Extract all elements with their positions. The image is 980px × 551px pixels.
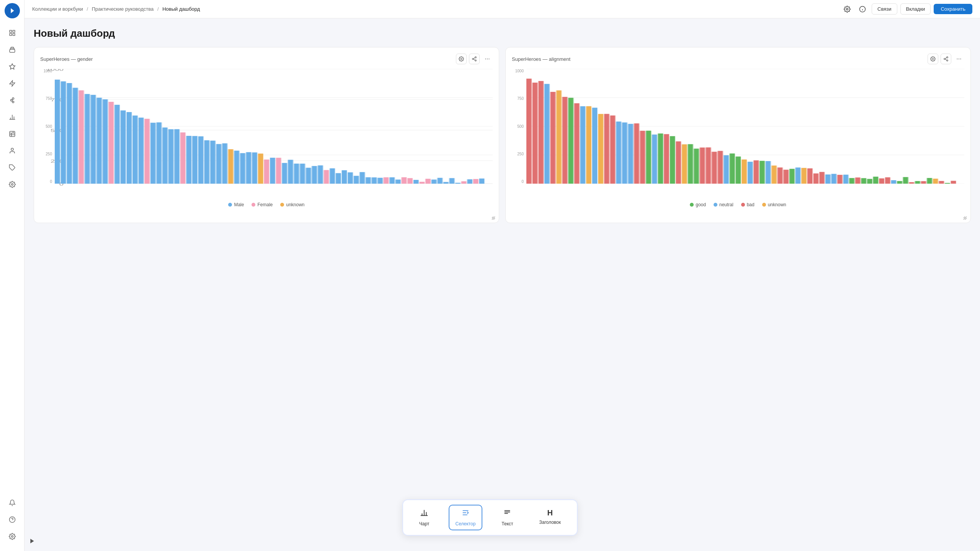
svg-rect-0 xyxy=(10,30,11,32)
sidebar-item-bell[interactable] xyxy=(5,495,20,510)
svg-line-34 xyxy=(474,59,475,60)
sidebar-item-grid[interactable] xyxy=(5,25,20,41)
sidebar-item-bar-chart[interactable] xyxy=(5,109,20,125)
legend-unknown-alignment: unknown xyxy=(762,202,786,207)
sidebar-item-links[interactable] xyxy=(5,93,20,108)
legend-dot-unknown-alignment xyxy=(762,203,766,207)
heading-widget-icon: H xyxy=(547,509,553,517)
legend-dot-female xyxy=(252,203,255,207)
connections-btn[interactable]: Связи xyxy=(872,3,897,15)
chart-settings-alignment[interactable] xyxy=(928,54,938,64)
svg-rect-1 xyxy=(13,30,15,32)
widget-heading-btn[interactable]: H Заголовок xyxy=(532,505,568,530)
legend-dot-bad xyxy=(741,203,745,207)
svg-point-30 xyxy=(461,58,462,60)
main-content: Коллекции и воркбуки / Практические руко… xyxy=(24,0,980,551)
chart-title-alignment: SuperHeroes — alignment xyxy=(512,56,570,62)
legend-label-female: Female xyxy=(257,202,273,207)
y-labels-alignment: 10007505002500 xyxy=(512,69,525,184)
widget-heading-label: Заголовок xyxy=(539,520,561,525)
legend-female: Female xyxy=(252,202,273,207)
chart-widget-icon xyxy=(420,509,428,519)
sidebar-item-settings-gear[interactable] xyxy=(5,177,20,192)
svg-point-49 xyxy=(947,60,948,61)
legend-label-bad: bad xyxy=(747,202,755,207)
legend-bad: bad xyxy=(741,202,755,207)
svg-line-35 xyxy=(474,58,475,59)
legend-dot-neutral xyxy=(714,203,717,207)
svg-marker-62 xyxy=(30,539,34,543)
widget-selector-label: Селектор xyxy=(456,521,476,527)
svg-point-20 xyxy=(11,148,13,150)
svg-point-26 xyxy=(846,8,848,10)
breadcrumb-part3[interactable]: Новый дашборд xyxy=(162,6,200,12)
sidebar-item-lightning[interactable] xyxy=(5,76,20,91)
widget-selector-btn[interactable]: Селектор xyxy=(449,505,483,530)
topbar-settings-btn[interactable] xyxy=(841,3,853,15)
svg-line-51 xyxy=(945,58,947,59)
svg-rect-3 xyxy=(13,34,15,36)
sidebar-item-tag[interactable] xyxy=(5,160,20,175)
chart-card-alignment: SuperHeroes — alignment xyxy=(505,47,971,223)
chart-header-gender: SuperHeroes — gender xyxy=(40,54,493,64)
topbar: Коллекции и воркбуки / Практические руко… xyxy=(24,0,980,18)
topbar-info-btn[interactable] xyxy=(856,3,869,15)
legend-dot-male xyxy=(228,203,232,207)
text-widget-icon xyxy=(503,509,511,519)
legend-dot-good xyxy=(690,203,694,207)
svg-point-22 xyxy=(11,184,13,186)
widget-bar: Чарт Селектор Текст H Загол xyxy=(402,499,578,536)
topbar-actions: Связи Вкладки Сохранить xyxy=(841,3,972,15)
play-btn[interactable] xyxy=(27,536,38,546)
breadcrumb-part1[interactable]: Коллекции и воркбуки xyxy=(32,6,83,12)
svg-point-31 xyxy=(475,57,477,58)
page-title: Новый дашборд xyxy=(34,28,971,39)
selector-widget-icon xyxy=(461,509,470,519)
svg-point-46 xyxy=(932,58,934,60)
tabs-btn[interactable]: Вкладки xyxy=(900,3,931,15)
chart-legend-gender: Male Female unknown xyxy=(40,202,493,207)
legend-label-neutral: neutral xyxy=(719,202,733,207)
legend-neutral: neutral xyxy=(714,202,733,207)
legend-label-unknown-alignment: unknown xyxy=(768,202,786,207)
chart-more-gender[interactable]: ··· xyxy=(482,54,493,64)
legend-label-male: Male xyxy=(234,202,244,207)
svg-rect-2 xyxy=(10,34,11,36)
save-btn[interactable]: Сохранить xyxy=(934,4,972,14)
sidebar-item-collection[interactable] xyxy=(5,42,20,57)
logo[interactable] xyxy=(5,3,20,18)
chart-settings-gender[interactable] xyxy=(456,54,467,64)
chart-share-alignment[interactable] xyxy=(941,54,951,64)
widget-chart-label: Чарт xyxy=(419,521,430,527)
sidebar-item-settings[interactable] xyxy=(5,529,20,544)
legend-male: Male xyxy=(228,202,244,207)
svg-line-50 xyxy=(945,59,947,60)
widget-chart-btn[interactable]: Чарт xyxy=(412,505,436,530)
sidebar-bottom xyxy=(5,494,20,548)
chart-actions-gender: ··· xyxy=(456,54,493,64)
sidebar xyxy=(0,0,24,551)
alignment-chart-canvas xyxy=(526,69,964,184)
sidebar-item-star[interactable] xyxy=(5,59,20,74)
chart-share-gender[interactable] xyxy=(469,54,480,64)
chart-more-alignment[interactable]: ··· xyxy=(954,54,964,64)
breadcrumb-part2[interactable]: Практические руководства xyxy=(92,6,154,12)
gender-chart-canvas xyxy=(55,69,493,184)
sidebar-item-help[interactable] xyxy=(5,512,20,527)
y-labels-gender: 10007505002500 xyxy=(40,69,54,184)
svg-marker-5 xyxy=(10,81,15,86)
legend-label-good: good xyxy=(696,202,706,207)
chart-title-gender: SuperHeroes — gender xyxy=(40,56,93,62)
svg-marker-4 xyxy=(9,64,15,69)
chart-resize-alignment[interactable] xyxy=(963,215,967,220)
legend-good: good xyxy=(690,202,706,207)
svg-rect-15 xyxy=(10,131,15,137)
widget-text-btn[interactable]: Текст xyxy=(495,505,520,530)
sidebar-item-table-plus[interactable] xyxy=(5,126,20,142)
sidebar-item-person[interactable] xyxy=(5,143,20,158)
charts-row: SuperHeroes — gender xyxy=(34,47,971,223)
chart-actions-alignment: ··· xyxy=(928,54,964,64)
breadcrumb-sep2: / xyxy=(157,6,159,12)
chart-resize-gender[interactable] xyxy=(491,215,496,220)
legend-dot-unknown-gender xyxy=(280,203,284,207)
